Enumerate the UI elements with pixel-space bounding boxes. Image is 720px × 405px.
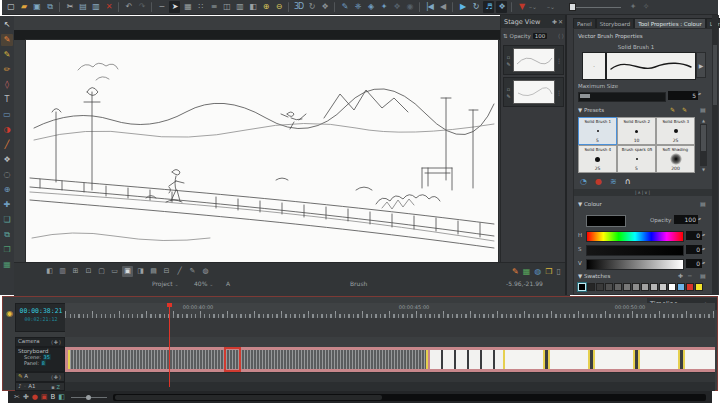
drawing-canvas[interactable] [26,40,498,263]
swatches-section-header[interactable]: ▼ Swatches [578,273,610,279]
playhead[interactable] [169,303,170,387]
preset-solid-brush-2[interactable]: Solid Brush 2 10 [617,117,656,145]
zoom-level-dropdown[interactable]: 40% ⌄ [194,280,213,287]
stage-tab-buttons[interactable]: ✚✕ [552,18,566,25]
dash-icon[interactable]: ─ [156,1,167,13]
saturation-spinner[interactable]: ▴▾ [702,247,704,251]
move-tool[interactable]: ✚ [1,199,13,211]
rotate-icon[interactable]: ↻ [306,1,317,13]
opacity-spinner[interactable]: ▴▾ [698,217,700,221]
audio-track-header[interactable]: ♪ ◦ A1 ▪Z [15,382,65,391]
palette-tool[interactable]: ◑ [1,124,13,136]
layer-row-2[interactable]: ▫✎ ⋮ [503,77,564,107]
tab-storyboard[interactable]: Storyboard [596,18,634,28]
swatches-menu-icon[interactable]: ▤ [700,272,706,279]
brush-tip-preview[interactable]: · [582,52,606,80]
snap-icon[interactable]: ◧ [58,391,65,403]
view-mode-1-icon[interactable]: ◧ [44,266,55,277]
bitmap-brush-icon[interactable]: ● [595,177,602,186]
view-mode-10-icon[interactable]: ⊟ [161,266,172,277]
zoom-in-icon[interactable]: ⊕ [260,1,271,13]
view-mode-9-icon[interactable]: ▤ [148,266,159,277]
swatch[interactable] [596,283,604,291]
cut-icon[interactable]: ✂ [64,1,75,13]
brush-size-dropdown[interactable]: –⌄ [529,2,545,12]
preset-soft-shading[interactable]: Soft Shading 200 [656,145,695,173]
timeline-ruler[interactable]: 00:00:40:00 00:00:45:00 00:00:50:00 [65,303,715,319]
timeline-zoom-slider[interactable] [71,393,107,401]
add-panel-icon[interactable]: ✚ [23,391,29,403]
value-slider[interactable] [586,259,684,270]
swatch[interactable] [650,283,658,291]
save-all-icon[interactable]: ⧉ [44,1,55,13]
toolbar-slider-handle[interactable] [569,3,576,11]
value-value[interactable]: 0 [686,259,702,268]
layer-row-1[interactable]: ▫✎ ⋮ [503,45,564,75]
select-tool[interactable]: ↖ [1,19,13,31]
view-mode-7-icon[interactable]: ▣ [122,266,133,277]
grid-icon[interactable]: ▦ [182,1,193,13]
hue-spinner[interactable]: ▴▾ [702,233,704,237]
presets-menu-icon[interactable]: ▤ [700,106,706,113]
swatch[interactable] [641,283,649,291]
lightbulb-icon[interactable]: ◉ [6,309,13,318]
swatch-blue[interactable] [677,283,685,291]
view-mode-3-icon[interactable]: ⊞ [70,266,81,277]
grid-tool[interactable]: ▦ [1,259,13,271]
split-icon[interactable]: ✂ [14,391,20,403]
swatch[interactable] [668,283,676,291]
copy-icon[interactable]: ▤ [77,1,88,13]
swatch-yellow[interactable] [695,283,703,291]
hand-icon[interactable]: ❖ [319,1,330,13]
opacity-value[interactable]: 100 [533,33,548,39]
layer-dup-tool[interactable]: ⧉ [1,229,13,241]
add-bitmap-layer-icon[interactable]: ▦ [523,266,531,277]
section-splitter[interactable]: |∧|∨| [574,189,712,196]
tip-shape-icon[interactable]: ∩ [625,177,631,186]
storyboard-track-header[interactable]: Storyboard Scene: 35 Panel: 8 [15,347,65,372]
view-mode-6-icon[interactable]: ▭ [109,266,120,277]
colour-section-header[interactable]: ▼ Colour [578,201,602,207]
brush-preview-expand-button[interactable]: ▶ [696,52,706,78]
layer-up-tool[interactable]: ❏ [1,214,13,226]
timeline-zoom-knob[interactable] [86,395,91,400]
preset-solid-brush-3[interactable]: Solid Brush 3 25 [656,117,695,145]
fit-mode-dropdown[interactable]: Project ⌄ [152,280,179,287]
layer-thumbnail[interactable] [513,48,555,72]
layer-thumbnail[interactable] [513,80,555,104]
hue-value[interactable]: 0 [686,231,702,240]
first-frame-icon[interactable]: |◀ [424,1,435,13]
flip-icon[interactable]: ❖ [496,1,507,13]
camera-view-icon[interactable]: ◫ [221,1,232,13]
storyboard-panels-dense[interactable] [68,350,428,369]
presets-section-header[interactable]: ▼ Presets [578,107,604,113]
value-spinner[interactable]: ▴▾ [702,261,704,265]
stamp-tool[interactable]: ✏ [1,64,13,76]
marker-icon[interactable]: ▣ [41,391,48,403]
right-panel-scrollbar[interactable] [712,15,718,295]
delete-layer-icon[interactable]: ▯ [556,266,560,277]
line-tool[interactable]: ╱ [1,139,13,151]
spline-icon[interactable]: ✦ [378,1,389,13]
align-icon[interactable]: ❖ [391,1,402,13]
storyboard-track[interactable] [65,347,715,372]
dots-view-icon[interactable]: ∷ [195,1,206,13]
tab-stage-view[interactable]: Stage View [501,18,543,26]
opacity-dropdown[interactable]: –⌄ [547,2,563,12]
pointer-icon[interactable]: ➤ [169,1,180,13]
hue-slider[interactable] [586,231,684,242]
swatch[interactable] [614,283,622,291]
record-icon[interactable]: ● [32,391,38,403]
view-mode-8-icon[interactable]: ◨ [135,266,146,277]
shape-tool[interactable]: ▭ [1,109,13,121]
swatch[interactable] [587,283,595,291]
redo-icon[interactable]: ↷ [136,1,147,13]
preset-solid-brush-1[interactable]: Solid Brush 1 5 [578,117,617,145]
brush-tool[interactable]: ✎ [1,34,13,46]
colour-menu-icon[interactable]: ▤ [700,200,706,207]
view-mode-4-icon[interactable]: ⊡ [83,266,94,277]
save-icon[interactable]: ▣ [31,1,42,13]
add-group-icon[interactable]: ◍ [534,266,541,277]
view-mode-5-icon[interactable]: ▢ [96,266,107,277]
brush-cup-icon[interactable]: ▼ [516,1,527,13]
